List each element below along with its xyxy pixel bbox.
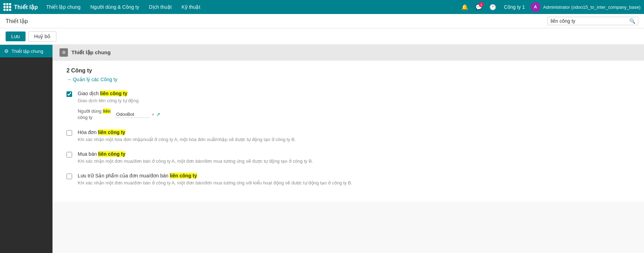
setting-row-inter-company-invoices: Hóa đơn liên công ty Khi xác nhận một hó… [66, 129, 630, 143]
setting-label-inter-company-invoices: Hóa đơn liên công ty [78, 129, 630, 135]
setting-content-inter-company-sales: Mua bán liên công ty Khi xác nhận một đơ… [78, 151, 630, 164]
section-title: Thiết lập chung [71, 49, 111, 56]
setting-content-inter-company-transactions: Giao dịch liên công ty Giao dịch liên cô… [78, 91, 630, 121]
setting-description-inter-company-sales: Khi xác nhận một đơn mua/đơn bán ở công … [78, 158, 630, 164]
checkbox-inter-company-products[interactable] [66, 174, 72, 179]
checkbox-inter-company-transactions[interactable] [66, 91, 72, 97]
clock-icon-btn[interactable]: 🕐 [487, 1, 498, 13]
sidebar-item-general[interactable]: ⚙ Thiết lập chung [0, 45, 52, 57]
sidebar-item-label: Thiết lập chung [12, 49, 43, 54]
section-body: 2 Công ty → Quản lý các Công ty Giao dịc… [52, 61, 644, 202]
cancel-button[interactable]: Huỷ bỏ [28, 31, 57, 42]
navbar-brand[interactable]: Thiết lập [4, 3, 38, 11]
setting-content-inter-company-products: Lưu trữ Sản phẩm của đơn mua/đơn bán liê… [78, 173, 630, 186]
user-avatar[interactable]: A [531, 2, 540, 12]
nav-item-general[interactable]: Thiết lập chung [42, 0, 85, 14]
save-button[interactable]: Lưu [6, 31, 26, 41]
setting-content-inter-company-invoices: Hóa đơn liên công ty Khi xác nhận một hó… [78, 129, 630, 143]
dropdown-arrow-icon: ▼ [151, 113, 155, 117]
checkbox-inter-company-sales[interactable] [66, 152, 72, 157]
activity-icon-btn[interactable]: 🔔 [459, 1, 470, 13]
setting-row-inter-company-products: Lưu trữ Sản phẩm của đơn mua/đơn bán liê… [66, 173, 630, 186]
setting-row-inter-company-sales: Mua bán liên công ty Khi xác nhận một đơ… [66, 151, 630, 164]
search-input[interactable] [551, 18, 629, 24]
gear-icon: ⚙ [4, 48, 9, 54]
setting-label-inter-company-sales: Mua bán liên công ty [78, 151, 630, 157]
nav-item-translation[interactable]: Dịch thuật [145, 0, 176, 14]
page-header: Thiết lập 🔍 [0, 14, 644, 28]
main-content: ⚙ Thiết lập chung 2 Công ty → Quản lý cá… [52, 45, 644, 253]
sub-setting-field: OdooBot ▼ ↗ [115, 111, 160, 118]
navbar-right: 🔔 💬 1 🕐 Công ty 1 A Administrator (odoo1… [459, 1, 640, 13]
nav-item-users[interactable]: Người dùng & Công ty [86, 0, 143, 14]
user-name: Administrator (odoo15_to_inter_company_b… [543, 5, 640, 10]
section-header: ⚙ Thiết lập chung [52, 45, 644, 61]
chat-badge: 1 [479, 2, 484, 7]
user-field-value[interactable]: OdooBot [115, 111, 150, 118]
company-link[interactable]: → Quản lý các Công ty [66, 77, 630, 82]
search-icon[interactable]: 🔍 [629, 18, 635, 24]
external-link-icon[interactable]: ↗ [156, 112, 160, 117]
setting-row-inter-company-transactions: Giao dịch liên công ty Giao dịch liên cô… [66, 91, 630, 121]
setting-description-inter-company-invoices: Khi xác nhận một hóa đơn nhập/xuất ở côn… [78, 136, 630, 143]
toolbar: Lưu Huỷ bỏ [0, 28, 644, 45]
sidebar: ⚙ Thiết lập chung [0, 45, 52, 253]
navbar: Thiết lập Thiết lập chung Người dùng & C… [0, 0, 644, 14]
search-box[interactable]: 🔍 [547, 17, 638, 25]
setting-description-inter-company-products: Khi xác nhận một đơn mua/đơn bán ở công … [78, 180, 630, 186]
grid-icon [4, 3, 11, 11]
checkbox-inter-company-invoices[interactable] [66, 130, 72, 136]
company-name: Công ty 1 [501, 4, 528, 10]
company-count: 2 Công ty [66, 68, 630, 74]
chat-icon-btn[interactable]: 💬 1 [473, 1, 484, 13]
sub-setting-label: Người dùng liên công ty [78, 108, 111, 121]
setting-label-inter-company-transactions: Giao dịch liên công ty [78, 91, 630, 96]
page-title: Thiết lập [6, 18, 28, 24]
sub-setting-user: Người dùng liên công ty OdooBot ▼ ↗ [78, 108, 630, 121]
section-icon: ⚙ [59, 48, 68, 57]
nav-item-technical[interactable]: Kỹ thuật [177, 0, 205, 14]
setting-description-inter-company-transactions: Giao dịch liên công ty tự động [78, 98, 630, 104]
app-title: Thiết lập [14, 4, 38, 10]
setting-label-inter-company-products: Lưu trữ Sản phẩm của đơn mua/đơn bán liê… [78, 173, 630, 178]
